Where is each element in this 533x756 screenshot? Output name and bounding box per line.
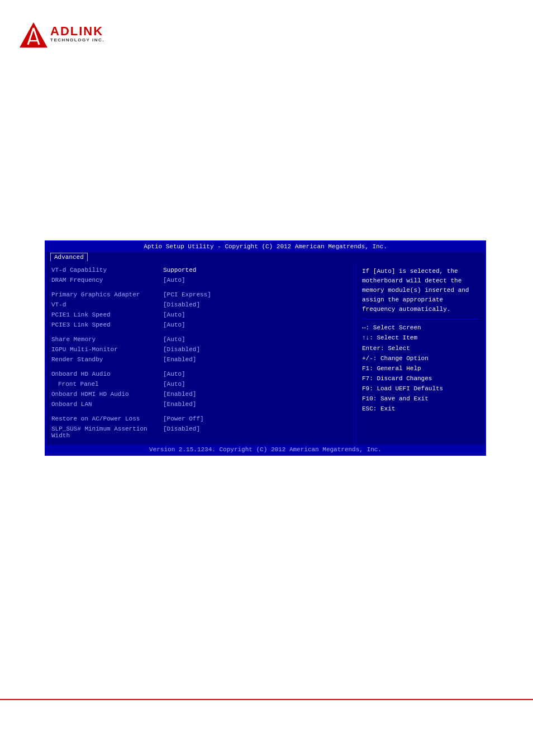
bios-title: Aptio Setup Utility - Copyright (C) 2012… [144, 243, 387, 250]
key-save-exit: F10: Save and Exit [362, 394, 479, 404]
value-primary-graphics: [PCI Express] [163, 291, 211, 300]
key-general-help: F1: General Help [362, 363, 479, 374]
label-vtd-capability: VT-d Capability [51, 267, 163, 276]
row-onboard-hd-audio[interactable]: Onboard HD Audio [Auto] [51, 371, 350, 380]
label-render-standby: Render Standby [51, 356, 163, 365]
bios-window: Aptio Setup Utility - Copyright (C) 2012… [45, 240, 486, 456]
key-esc-exit: ESC: Exit [362, 404, 479, 414]
key-change-option: +/-: Change Option [362, 353, 479, 363]
value-pcie3: [Auto] [163, 322, 185, 330]
value-vtd: [Disabled] [163, 301, 200, 310]
label-vtd: VT-d [51, 301, 163, 310]
value-onboard-hdmi: [Enabled] [163, 391, 196, 400]
row-slp-sus[interactable]: SLP_SUS# Minimum Assertion Width [Disabl… [51, 426, 350, 439]
label-primary-graphics: Primary Graphics Adapter [51, 291, 163, 300]
logo: ADLINK TECHNOLOGY INC. [17, 17, 104, 50]
logo-icon [17, 17, 50, 50]
bios-footer: Version 2.15.1234. Copyright (C) 2012 Am… [46, 445, 485, 455]
value-front-panel: [Auto] [163, 381, 185, 390]
bios-title-bar: Aptio Setup Utility - Copyright (C) 2012… [46, 242, 485, 252]
svg-marker-0 [20, 22, 47, 48]
label-onboard-hd-audio: Onboard HD Audio [51, 371, 163, 380]
row-pcie1[interactable]: PCIE1 Link Speed [Auto] [51, 311, 350, 320]
label-pcie3: PCIE3 Link Speed [51, 322, 163, 330]
label-dram-frequency: DRAM Frequency [51, 277, 163, 286]
help-text: If [Auto] is selected, the motherboard w… [362, 267, 479, 314]
row-onboard-lan[interactable]: Onboard LAN [Enabled] [51, 401, 350, 410]
row-primary-graphics[interactable]: Primary Graphics Adapter [PCI Express] [51, 291, 350, 300]
label-pcie1: PCIE1 Link Speed [51, 311, 163, 320]
keys-section: ↔: Select Screen ↑↓: Select Item Enter: … [362, 323, 479, 414]
row-share-memory[interactable]: Share Memory [Auto] [51, 336, 350, 345]
key-load-defaults: F9: Load UEFI Defaults [362, 384, 479, 394]
value-onboard-lan: [Enabled] [163, 401, 196, 410]
value-restore-ac: [Power Off] [163, 415, 204, 424]
row-vtd-capability[interactable]: VT-d Capability Supported [51, 267, 350, 276]
bios-footer-text: Version 2.15.1234. Copyright (C) 2012 Am… [149, 446, 382, 453]
key-select-item: ↑↓: Select Item [362, 333, 479, 343]
row-dram-frequency[interactable]: DRAM Frequency [Auto] [51, 277, 350, 286]
key-discard-changes: F7: Discard Changes [362, 374, 479, 384]
bios-left-panel: VT-d Capability Supported DRAM Frequency… [46, 262, 356, 445]
bios-right-panel: If [Auto] is selected, the motherboard w… [356, 262, 485, 445]
logo-subtitle: TECHNOLOGY INC. [50, 37, 104, 42]
label-igpu-multi: IGPU Multi-Monitor [51, 346, 163, 355]
label-onboard-hdmi: Onboard HDMI HD Audio [51, 391, 163, 400]
label-slp-sus: SLP_SUS# Minimum Assertion Width [51, 426, 163, 439]
row-vtd[interactable]: VT-d [Disabled] [51, 301, 350, 310]
label-onboard-lan: Onboard LAN [51, 401, 163, 410]
value-igpu-multi: [Disabled] [163, 346, 200, 355]
bottom-decorative-line [0, 699, 533, 700]
spacer-2 [51, 332, 350, 336]
spacer-4 [51, 411, 350, 415]
key-select-screen: ↔: Select Screen [362, 323, 479, 333]
value-slp-sus: [Disabled] [163, 426, 200, 439]
row-onboard-hdmi[interactable]: Onboard HDMI HD Audio [Enabled] [51, 391, 350, 400]
logo-text: ADLINK TECHNOLOGY INC. [50, 25, 104, 42]
value-share-memory: [Auto] [163, 336, 185, 345]
spacer-1 [51, 287, 350, 291]
value-pcie1: [Auto] [163, 311, 185, 320]
value-render-standby: [Enabled] [163, 356, 196, 365]
logo-brand: ADLINK [50, 25, 104, 37]
label-front-panel: Front Panel [51, 381, 163, 390]
value-vtd-capability: Supported [163, 267, 196, 276]
row-restore-ac[interactable]: Restore on AC/Power Loss [Power Off] [51, 415, 350, 424]
row-render-standby[interactable]: Render Standby [Enabled] [51, 356, 350, 365]
right-divider [362, 319, 479, 319]
bios-tabs: Advanced [46, 252, 485, 262]
value-dram-frequency: [Auto] [163, 277, 185, 286]
bios-content: VT-d Capability Supported DRAM Frequency… [46, 262, 485, 445]
key-enter: Enter: Select [362, 343, 479, 353]
row-pcie3[interactable]: PCIE3 Link Speed [Auto] [51, 322, 350, 330]
label-share-memory: Share Memory [51, 336, 163, 345]
row-igpu-multi[interactable]: IGPU Multi-Monitor [Disabled] [51, 346, 350, 355]
tab-advanced[interactable]: Advanced [50, 253, 88, 261]
value-onboard-hd-audio: [Auto] [163, 371, 185, 380]
spacer-3 [51, 366, 350, 371]
row-front-panel[interactable]: Front Panel [Auto] [51, 381, 350, 390]
label-restore-ac: Restore on AC/Power Loss [51, 415, 163, 424]
